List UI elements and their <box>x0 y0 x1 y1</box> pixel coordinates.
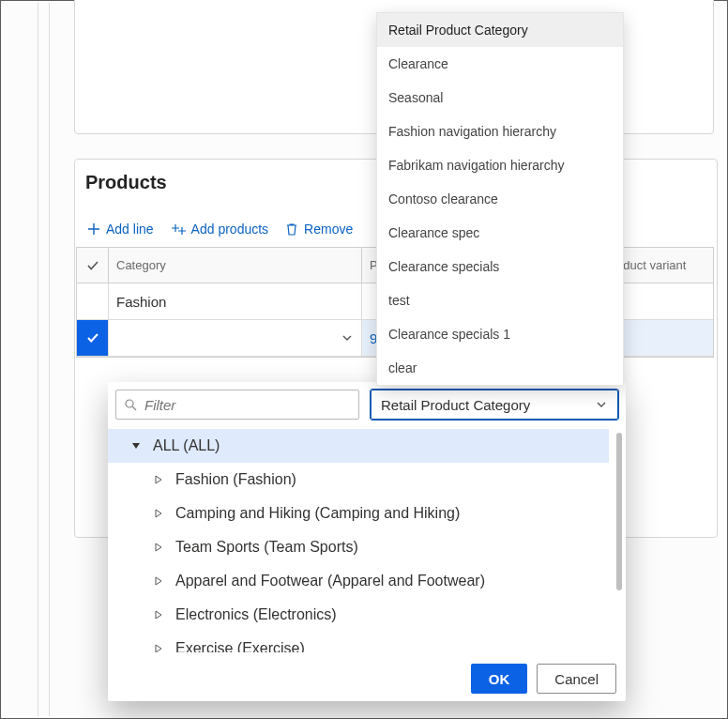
checkmark-icon <box>85 330 100 345</box>
cancel-button[interactable]: Cancel <box>537 664 616 694</box>
flyout-item[interactable]: test <box>377 283 623 317</box>
tree-item[interactable]: Apparel and Footwear (Apparel and Footwe… <box>108 564 609 598</box>
add-products-button[interactable]: Add products <box>167 220 273 238</box>
flyout-item[interactable]: clear <box>377 351 623 385</box>
chevron-down-icon <box>595 398 608 411</box>
tree-item-label: Camping and Hiking (Camping and Hiking) <box>175 505 460 522</box>
flyout-item[interactable]: Clearance specials <box>377 250 623 283</box>
tree-item[interactable]: Fashion (Fashion) <box>108 463 609 497</box>
add-line-button[interactable]: Add line <box>83 220 158 238</box>
tree-item-label: Electronics (Electronics) <box>175 606 337 623</box>
cell-category[interactable]: Fashion <box>109 283 362 319</box>
decorative-line <box>38 3 38 716</box>
flyout-item[interactable]: Fabrikam navigation hierarchy <box>377 148 623 182</box>
flyout-item[interactable]: Clearance specials 1 <box>377 317 623 351</box>
tree-item-label: Apparel and Footwear (Apparel and Footwe… <box>175 573 485 589</box>
row-select[interactable] <box>77 320 109 356</box>
checkmark-icon <box>86 259 99 272</box>
tree-item[interactable]: Electronics (Electronics) <box>108 598 609 632</box>
popup-header: Retail Product Category <box>108 382 626 427</box>
flyout-item[interactable]: Clearance <box>377 47 623 81</box>
section-title: Products <box>85 172 167 193</box>
cell-category[interactable] <box>109 320 362 356</box>
filter-input[interactable] <box>143 396 351 414</box>
plus-multi-icon <box>171 222 186 236</box>
expand-icon[interactable] <box>153 644 164 652</box>
expand-icon[interactable] <box>153 576 164 586</box>
expand-icon[interactable] <box>153 610 164 620</box>
chevron-down-icon[interactable] <box>341 331 354 344</box>
remove-button[interactable]: Remove <box>281 220 356 238</box>
category-flyout: Retail Product Category Clearance Season… <box>376 12 624 386</box>
tree-item[interactable]: Camping and Hiking (Camping and Hiking) <box>108 497 609 530</box>
flyout-item[interactable]: Retail Product Category <box>377 13 623 47</box>
tree-item-label: Team Sports (Team Sports) <box>175 539 358 556</box>
filter-input-wrap[interactable] <box>115 390 359 420</box>
popup-footer: OK Cancel <box>471 664 616 694</box>
header-category[interactable]: Category <box>109 248 362 283</box>
row-select[interactable] <box>77 283 109 319</box>
plus-icon <box>87 222 100 236</box>
expand-icon[interactable] <box>153 543 164 552</box>
add-products-label: Add products <box>191 222 269 237</box>
scrollbar-thumb[interactable] <box>616 433 622 590</box>
header-select-all[interactable] <box>77 248 109 283</box>
tree-item-label: Fashion (Fashion) <box>175 471 296 488</box>
flyout-item[interactable]: Contoso clearance <box>377 182 623 216</box>
decorative-line <box>49 3 50 716</box>
flyout-item[interactable]: Seasonal <box>377 81 623 115</box>
tree-item-label: ALL (ALL) <box>153 437 220 454</box>
add-line-label: Add line <box>106 222 154 237</box>
expand-icon[interactable] <box>153 475 164 484</box>
collapse-icon[interactable] <box>130 441 142 451</box>
remove-label: Remove <box>304 222 353 237</box>
search-icon <box>124 398 137 411</box>
tree-item[interactable]: Exercise (Exercise) <box>108 632 609 652</box>
hierarchy-select-value: Retail Product Category <box>381 397 530 413</box>
category-tree: ALL (ALL) Fashion (Fashion) Camping and … <box>108 429 626 652</box>
category-picker-popup: Retail Product Category ALL (ALL) <box>108 382 626 701</box>
flyout-item[interactable]: Clearance spec <box>377 216 623 250</box>
tree-item-label: Exercise (Exercise) <box>175 640 305 652</box>
trash-icon <box>285 222 298 236</box>
expand-icon[interactable] <box>153 509 164 518</box>
hierarchy-select[interactable]: Retail Product Category <box>371 390 618 420</box>
cell-category-value: Fashion <box>116 294 166 310</box>
flyout-item[interactable]: Fashion navigation hierarchy <box>377 115 623 148</box>
tree-item-root[interactable]: ALL (ALL) <box>108 429 609 463</box>
ok-button[interactable]: OK <box>471 664 528 694</box>
tree-item[interactable]: Team Sports (Team Sports) <box>108 530 609 564</box>
svg-point-0 <box>126 400 133 407</box>
products-toolbar: Add line Add products Remove <box>83 215 356 243</box>
